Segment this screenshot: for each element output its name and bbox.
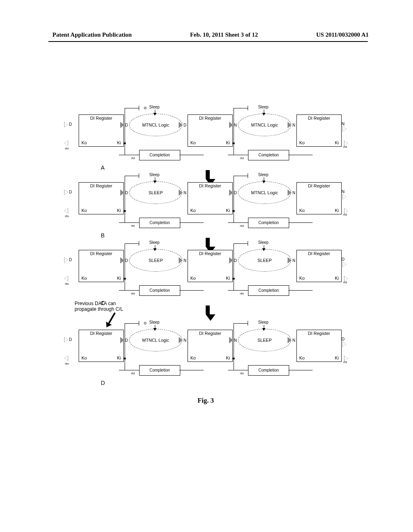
completion-ack-label: rfd (240, 156, 244, 160)
wire (288, 155, 313, 155)
port-label: N (292, 191, 295, 195)
completion-ack-label: rfd (240, 224, 244, 228)
header-right: US 2011/0032000 A1 (316, 31, 369, 38)
wire (125, 243, 139, 244)
sleep-signal-label: Sleep (149, 320, 160, 324)
wire (234, 243, 248, 244)
port-label: N (184, 338, 186, 343)
panel-letter: B (101, 232, 104, 239)
arrow-down-icon (153, 248, 156, 251)
wire (125, 323, 125, 357)
wire (234, 176, 248, 176)
data-port-right: D (184, 123, 186, 127)
wire (234, 323, 234, 357)
port-label: D (125, 123, 128, 127)
sleep-signal-label: Sleep (258, 240, 269, 245)
di-register: DI RegisterKoKi (79, 182, 124, 214)
arrow-down-icon (262, 248, 265, 251)
ko-label: Ko (81, 140, 87, 145)
mtncl-logic-block: MTNCL Logic (238, 114, 291, 136)
arrow-down-icon (262, 181, 265, 183)
wire (179, 370, 204, 370)
di-register: DI RegisterKoKi (188, 250, 233, 282)
completion-block: Completion (248, 150, 289, 160)
data-port-left: D (125, 190, 128, 195)
header-rule (48, 41, 368, 42)
page: Patent Application Publication Feb. 10, … (0, 0, 413, 532)
inverter-icon (139, 106, 144, 110)
di-register: DI RegisterKoKi (296, 114, 342, 147)
port-label: N (292, 258, 295, 263)
panel-letter: A (101, 164, 104, 171)
wire (119, 290, 139, 291)
register-title: DI Register (188, 251, 232, 256)
left-ack-label: rfn (65, 214, 69, 218)
di-register: DI RegisterKoKi (79, 250, 124, 282)
register-title: DI Register (297, 251, 341, 256)
wire (228, 290, 248, 291)
buffer-icon (248, 106, 253, 110)
data-port-right: N (184, 190, 186, 195)
ki-label: Ki (226, 355, 230, 360)
sleep-signal-label: Sleep (149, 240, 160, 245)
data-port-right: N (184, 338, 186, 342)
buffer-icon (139, 241, 144, 246)
register-title: DI Register (79, 331, 123, 336)
arrow-down-icon (262, 113, 265, 116)
wire (119, 155, 139, 155)
wire (125, 176, 139, 176)
wire (179, 155, 204, 155)
header-center: Feb. 10, 2011 Sheet 3 of 12 (190, 31, 258, 38)
ko-label: Ko (190, 355, 196, 360)
completion-block: Completion (139, 285, 180, 296)
data-port-left: N (234, 338, 237, 342)
ki-label: Ki (226, 208, 230, 213)
port-label: N (184, 258, 186, 263)
wire (234, 143, 234, 155)
completion-block: Completion (248, 365, 289, 376)
left-ack-label: rfn (65, 362, 69, 366)
data-port-right: N (292, 190, 295, 195)
right-data-output: D (342, 257, 349, 267)
ki-label: Ki (226, 276, 230, 281)
right-ack-input (344, 276, 349, 281)
completion-block: Completion (139, 218, 180, 228)
right-ack-input (344, 140, 349, 146)
wire (125, 278, 125, 291)
left-ack-label: rfn (65, 147, 69, 150)
wire (125, 108, 139, 108)
ko-label: Ko (190, 208, 196, 213)
figure-3: DrfnNrfdDI RegisterKoKiMTNCL LogicSleepD… (63, 105, 349, 405)
register-title: DI Register (188, 183, 232, 188)
wire (234, 108, 234, 142)
arrow-down-icon (153, 113, 156, 116)
sleep-logic-block: SLEEP (129, 249, 182, 272)
ko-label: Ko (81, 208, 87, 213)
port-label: N (342, 189, 344, 194)
sleep-signal-label: Sleep (149, 105, 160, 109)
wire (234, 358, 234, 370)
completion-ack-label: rfd (131, 372, 135, 375)
inverter-icon (139, 321, 144, 326)
port-label: D (184, 123, 186, 127)
data-port-right: N (184, 258, 186, 262)
port-label: D (125, 191, 128, 195)
ko-label: Ko (299, 276, 305, 281)
register-title: DI Register (188, 331, 232, 336)
ko-label: Ko (299, 140, 305, 145)
port-label: N (342, 122, 344, 126)
right-ack-input (344, 208, 349, 214)
wire (125, 176, 125, 210)
completion-ack-label: rfn (131, 292, 135, 295)
sleep-logic-block: SLEEP (129, 181, 182, 204)
di-register: DI RegisterKoKi (296, 250, 342, 282)
panel-letter: D (101, 380, 105, 386)
ki-label: Ki (226, 140, 230, 145)
wire (234, 243, 234, 278)
mtncl-logic-block: MTNCL Logic (129, 329, 182, 351)
completion-ack-label: rfn (240, 372, 244, 375)
buffer-icon (139, 173, 144, 178)
register-title: DI Register (297, 183, 341, 188)
completion-block: Completion (248, 218, 289, 228)
sleep-logic-block: SLEEP (238, 329, 291, 351)
